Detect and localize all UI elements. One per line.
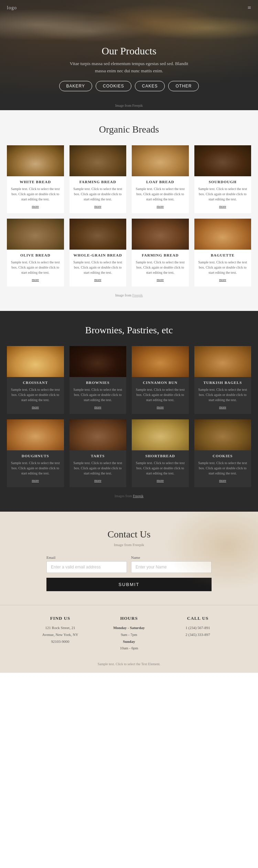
product-image (194, 346, 251, 377)
product-image (132, 219, 189, 250)
product-image (132, 145, 189, 176)
product-more-link[interactable]: more (69, 405, 127, 409)
hero-title: Our Products (0, 45, 258, 57)
call-us-title: CALL US (167, 616, 229, 621)
contact-subtitle: Image from Freepik (7, 543, 251, 547)
product-more-link[interactable]: more (132, 278, 189, 282)
find-us-title: FIND US (29, 616, 91, 621)
organic-breads-section: Organic Breads WHITE BREADSample text. C… (0, 110, 258, 311)
product-more-link[interactable]: more (194, 479, 251, 482)
product-card: SOURDOUGHSample text. Click to select th… (194, 145, 251, 213)
hours-column: HOURS Monday - Saturday 9am - 7pm Sunday… (98, 616, 160, 652)
product-description: Sample text. Click to select the text bo… (132, 387, 189, 402)
product-card: CROISSANTSample text. Click to select th… (7, 346, 64, 414)
product-image (7, 419, 64, 450)
product-image (69, 145, 127, 176)
name-group: Name (131, 555, 212, 573)
product-name: BAGUETTE (194, 253, 251, 257)
product-image (194, 145, 251, 176)
hours-title: HOURS (98, 616, 160, 621)
contact-form: Email Name SUBMIT (46, 555, 212, 591)
product-image (7, 145, 64, 176)
hours-text: Monday - Saturday 9am - 7pm Sunday 10am … (98, 625, 160, 652)
product-name: WHOLE-GRAIN BREAD (69, 253, 127, 257)
product-name: CROISSANT (7, 380, 64, 385)
product-more-link[interactable]: more (7, 479, 64, 482)
product-image (69, 219, 127, 250)
product-description: Sample text. Click to select the text bo… (69, 260, 127, 275)
product-card: FARMING BREADSample text. Click to selec… (69, 145, 127, 213)
product-card: FARMING BREADSample text. Click to selec… (132, 219, 189, 286)
product-name: SHORTBREAD (132, 454, 189, 458)
product-description: Sample text. Click to select the text bo… (69, 460, 127, 476)
cakes-button[interactable]: CAKES (135, 81, 165, 91)
product-card: BROWNIESSample text. Click to select the… (69, 346, 127, 414)
product-image (69, 346, 127, 377)
submit-button[interactable]: SUBMIT (46, 578, 212, 591)
menu-icon[interactable]: ≡ (248, 4, 251, 11)
product-more-link[interactable]: more (194, 278, 251, 282)
product-name: OLIVE BREAD (7, 253, 64, 257)
pastries-grid: CROISSANTSample text. Click to select th… (7, 346, 251, 487)
product-image (7, 219, 64, 250)
product-more-link[interactable]: more (69, 479, 127, 482)
product-more-link[interactable]: more (194, 205, 251, 208)
product-more-link[interactable]: more (7, 278, 64, 282)
product-description: Sample text. Click to select the text bo… (7, 186, 64, 202)
product-image (194, 419, 251, 450)
hero-buttons: BAKERY COOKIES CAKES OTHER (0, 81, 258, 91)
product-description: Sample text. Click to select the text bo… (194, 460, 251, 476)
product-card: WHITE BREADSample text. Click to select … (7, 145, 64, 213)
email-input[interactable] (46, 561, 127, 573)
product-description: Sample text. Click to select the text bo… (132, 460, 189, 476)
breads-image-credit: Image from Freepik (7, 293, 251, 304)
product-more-link[interactable]: more (194, 405, 251, 409)
product-more-link[interactable]: more (7, 205, 64, 208)
hero-content: Our Products Vitae turpis massa sed elem… (0, 45, 258, 91)
hero-image-credit: Image from Freepik (0, 104, 258, 107)
product-description: Sample text. Click to select the text bo… (7, 260, 64, 275)
product-name: TURKISH BAGELS (194, 380, 251, 385)
pastries-image-credit: Images from Freepik (7, 494, 251, 505)
product-name: DOUGHNUTS (7, 454, 64, 458)
product-description: Sample text. Click to select the text bo… (194, 387, 251, 402)
product-name: CINNAMON BUN (132, 380, 189, 385)
name-input[interactable] (131, 561, 212, 573)
product-description: Sample text. Click to select the text bo… (7, 460, 64, 476)
product-description: Sample text. Click to select the text bo… (194, 260, 251, 275)
product-more-link[interactable]: more (132, 479, 189, 482)
bakery-button[interactable]: BAKERY (59, 81, 92, 91)
call-us-column: CALL US 1 (234) 567-891 2 (345) 333-897 (167, 616, 229, 652)
product-more-link[interactable]: more (132, 405, 189, 409)
other-button[interactable]: OTHER (168, 81, 199, 91)
product-more-link[interactable]: more (132, 205, 189, 208)
product-more-link[interactable]: more (69, 205, 127, 208)
email-label: Email (46, 555, 127, 560)
product-name: LOAF BREAD (132, 180, 189, 184)
breads-image-credit-link[interactable]: Freepik (132, 293, 143, 297)
organic-breads-title: Organic Breads (7, 124, 251, 135)
contact-section: Contact Us Image from Freepik Email Name… (0, 512, 258, 605)
product-image (194, 219, 251, 250)
pastries-title: Brownies, Pastries, etc (7, 325, 251, 336)
navigation: logo ≡ (0, 0, 258, 15)
product-description: Sample text. Click to select the text bo… (69, 387, 127, 402)
hero-section: logo ≡ Our Products Vitae turpis massa s… (0, 0, 258, 110)
product-name: FARMING BREAD (132, 253, 189, 257)
product-card: WHOLE-GRAIN BREADSample text. Click to s… (69, 219, 127, 286)
product-card: LOAF BREADSample text. Click to select t… (132, 145, 189, 213)
product-name: COOKIES (194, 454, 251, 458)
footer-sample-text: Sample text. Click to select the Text El… (7, 659, 251, 666)
product-card: CINNAMON BUNSample text. Click to select… (132, 346, 189, 414)
product-more-link[interactable]: more (69, 278, 127, 282)
product-card: SHORTBREADSample text. Click to select t… (132, 419, 189, 487)
product-card: OLIVE BREADSample text. Click to select … (7, 219, 64, 286)
product-card: DOUGHNUTSSample text. Click to select th… (7, 419, 64, 487)
product-name: BROWNIES (69, 380, 127, 385)
cookies-button[interactable]: COOKIES (96, 81, 131, 91)
product-card: COOKIESSample text. Click to select the … (194, 419, 251, 487)
find-us-address: 121 Rock Street, 21 Avenue, New York, NY… (29, 625, 91, 645)
call-us-text: 1 (234) 567-891 2 (345) 333-897 (167, 625, 229, 638)
pastries-image-credit-link[interactable]: Freepik (133, 494, 143, 498)
product-more-link[interactable]: more (7, 405, 64, 409)
